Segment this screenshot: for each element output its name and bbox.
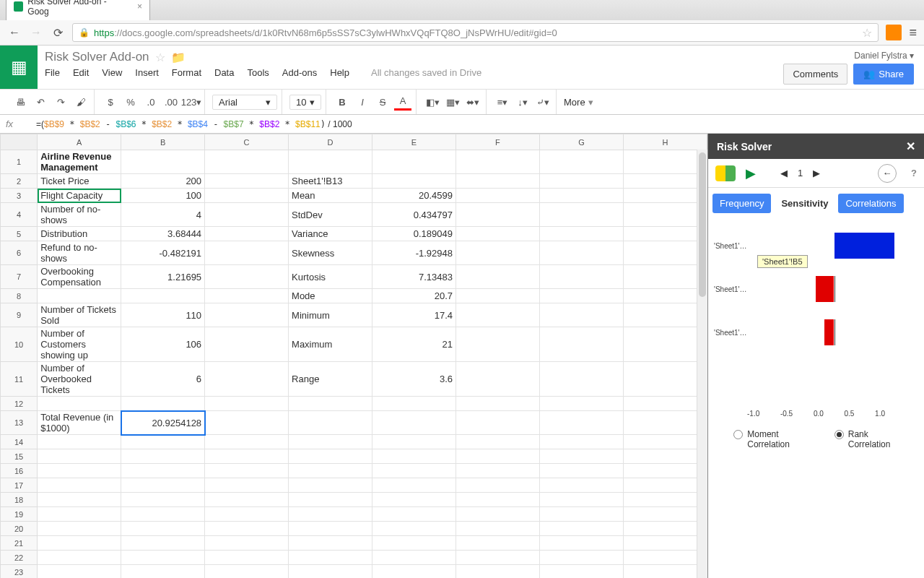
move-folder-icon[interactable]: 📁 bbox=[171, 51, 186, 64]
cell[interactable] bbox=[539, 536, 623, 551]
cell[interactable]: 110 bbox=[121, 303, 205, 327]
close-panel-icon[interactable]: ✕ bbox=[906, 139, 915, 153]
col-header[interactable]: D bbox=[289, 134, 372, 150]
row-header[interactable]: 7 bbox=[1, 265, 38, 289]
row-header[interactable]: 10 bbox=[1, 327, 38, 362]
cell[interactable]: Refund to no-shows bbox=[38, 241, 121, 265]
cell[interactable] bbox=[121, 507, 205, 522]
cell[interactable] bbox=[205, 464, 289, 478]
cell[interactable] bbox=[372, 464, 456, 478]
cell[interactable]: 1.21695 bbox=[121, 265, 205, 289]
cell[interactable] bbox=[289, 565, 372, 579]
cell[interactable] bbox=[539, 203, 623, 227]
italic-icon[interactable]: I bbox=[354, 93, 371, 111]
row-header[interactable]: 20 bbox=[1, 522, 38, 536]
select-all-corner[interactable] bbox=[1, 134, 38, 150]
cell[interactable]: Number of Customers showing up bbox=[38, 327, 121, 362]
cell[interactable] bbox=[456, 507, 540, 522]
cell[interactable] bbox=[539, 265, 623, 289]
tab-sensitivity[interactable]: Sensitivity bbox=[774, 194, 835, 213]
cell[interactable] bbox=[456, 362, 540, 397]
cell[interactable] bbox=[623, 507, 707, 522]
row-header[interactable]: 14 bbox=[1, 435, 38, 449]
bulb-icon[interactable] bbox=[715, 165, 736, 181]
tab-correlations[interactable]: Correlations bbox=[838, 194, 903, 213]
paint-format-icon[interactable]: 🖌 bbox=[72, 93, 90, 111]
cell[interactable]: -1.92948 bbox=[372, 241, 456, 265]
row-header[interactable]: 19 bbox=[1, 507, 38, 522]
format-more-icon[interactable]: 123▾ bbox=[183, 93, 200, 111]
cell[interactable] bbox=[623, 493, 707, 507]
row-header[interactable]: 23 bbox=[1, 565, 38, 579]
row-header[interactable]: 9 bbox=[1, 303, 38, 327]
cell[interactable] bbox=[623, 536, 707, 551]
cell[interactable] bbox=[539, 565, 623, 579]
cell[interactable] bbox=[623, 174, 707, 189]
close-tab-icon[interactable]: × bbox=[137, 1, 142, 12]
back-round-icon[interactable]: ← bbox=[878, 164, 897, 183]
cell[interactable] bbox=[539, 227, 623, 241]
cell[interactable] bbox=[456, 227, 540, 241]
cell[interactable] bbox=[623, 478, 707, 493]
merge-icon[interactable]: ⬌▾ bbox=[464, 93, 481, 111]
cell[interactable] bbox=[121, 435, 205, 449]
cell[interactable] bbox=[623, 265, 707, 289]
cell[interactable]: Variance bbox=[289, 227, 372, 241]
strike-icon[interactable]: S bbox=[374, 93, 391, 111]
cell[interactable] bbox=[623, 289, 707, 303]
currency-icon[interactable]: $ bbox=[102, 93, 119, 111]
row-header[interactable]: 15 bbox=[1, 449, 38, 464]
cell[interactable] bbox=[205, 536, 289, 551]
cell[interactable]: Range bbox=[289, 362, 372, 397]
cell[interactable] bbox=[539, 303, 623, 327]
cell[interactable] bbox=[456, 150, 540, 174]
cell[interactable] bbox=[289, 464, 372, 478]
cell[interactable] bbox=[456, 397, 540, 411]
back-button[interactable]: ← bbox=[7, 26, 22, 39]
menu-edit[interactable]: Edit bbox=[73, 67, 89, 78]
cell[interactable] bbox=[289, 411, 372, 435]
cell[interactable] bbox=[121, 150, 205, 174]
cell[interactable] bbox=[623, 565, 707, 579]
chrome-menu-icon[interactable]: ≡ bbox=[909, 25, 917, 40]
cell[interactable]: 4 bbox=[121, 203, 205, 227]
vertical-scrollbar[interactable] bbox=[697, 150, 707, 578]
cell[interactable] bbox=[372, 150, 456, 174]
cell[interactable]: 3.68444 bbox=[121, 227, 205, 241]
cell[interactable] bbox=[38, 522, 121, 536]
menu-insert[interactable]: Insert bbox=[135, 67, 159, 78]
valign-icon[interactable]: ↓▾ bbox=[514, 93, 531, 111]
comments-button[interactable]: Comments bbox=[783, 64, 847, 85]
cell[interactable] bbox=[623, 551, 707, 565]
cell[interactable] bbox=[623, 241, 707, 265]
cell[interactable] bbox=[456, 536, 540, 551]
row-header[interactable]: 18 bbox=[1, 493, 38, 507]
font-select[interactable]: Arial▾ bbox=[212, 95, 277, 110]
share-button[interactable]: 👥 Share bbox=[853, 64, 914, 85]
cell[interactable] bbox=[372, 435, 456, 449]
cell[interactable] bbox=[539, 478, 623, 493]
cell[interactable] bbox=[539, 289, 623, 303]
cell[interactable] bbox=[289, 507, 372, 522]
url-input[interactable]: 🔒 https ://docs.google.com /spreadsheets… bbox=[72, 23, 879, 42]
cell[interactable] bbox=[456, 478, 540, 493]
cell[interactable]: Number of Tickets Sold bbox=[38, 303, 121, 327]
cell[interactable] bbox=[38, 493, 121, 507]
user-name[interactable]: Daniel Fylstra ▾ bbox=[783, 51, 914, 61]
cell[interactable] bbox=[121, 289, 205, 303]
row-header[interactable]: 4 bbox=[1, 203, 38, 227]
cell[interactable] bbox=[289, 150, 372, 174]
cell[interactable]: Airline Revenue Management bbox=[38, 150, 121, 174]
row-header[interactable]: 2 bbox=[1, 174, 38, 189]
cell[interactable] bbox=[38, 397, 121, 411]
cell[interactable] bbox=[623, 362, 707, 397]
play-icon[interactable]: ▶ bbox=[746, 165, 756, 181]
cell[interactable]: 0.434797 bbox=[372, 203, 456, 227]
cell[interactable] bbox=[623, 411, 707, 435]
cell[interactable]: 100 bbox=[121, 189, 205, 203]
cell[interactable]: 20.7 bbox=[372, 289, 456, 303]
cell[interactable] bbox=[372, 493, 456, 507]
row-header[interactable]: 21 bbox=[1, 536, 38, 551]
cell[interactable] bbox=[38, 464, 121, 478]
cell[interactable] bbox=[38, 507, 121, 522]
